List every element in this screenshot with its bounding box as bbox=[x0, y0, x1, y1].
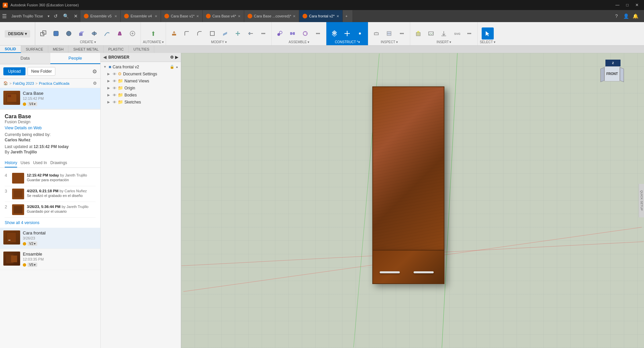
eye-icon[interactable]: 👁 bbox=[113, 79, 116, 83]
tree-origin[interactable]: ▶ 👁 📁 Origin bbox=[101, 84, 181, 91]
show-all-versions-link[interactable]: Show all 4 versions bbox=[5, 220, 96, 225]
close-button[interactable]: ✕ bbox=[633, 3, 641, 7]
hist-tab-history[interactable]: History bbox=[5, 160, 17, 167]
hist-tab-uses[interactable]: Uses bbox=[20, 160, 30, 167]
loft-btn[interactable] bbox=[114, 27, 126, 40]
hist-tab-drawings[interactable]: Drawings bbox=[50, 160, 67, 167]
tree-bodies[interactable]: ▶ 👁 📁 Bodies bbox=[101, 91, 181, 98]
align-btn[interactable] bbox=[245, 27, 257, 40]
rigid-group-btn[interactable] bbox=[286, 27, 299, 40]
tree-doc-settings[interactable]: ▶ 👁 ⚙ Document Settings bbox=[101, 70, 181, 77]
refresh-icon[interactable]: ↺ bbox=[52, 12, 60, 20]
extrude-btn[interactable] bbox=[75, 27, 88, 40]
view-cube-top[interactable]: Z bbox=[605, 60, 621, 66]
tab-cara-base-covered[interactable]: Cara Base ...covered)* ✕ bbox=[244, 10, 299, 22]
minimize-button[interactable]: — bbox=[613, 3, 622, 7]
eye-icon[interactable]: 👁 bbox=[113, 100, 116, 104]
select-btn[interactable] bbox=[482, 27, 494, 40]
search-icon[interactable]: 🔍 bbox=[62, 12, 70, 20]
eye-icon[interactable]: 👁 bbox=[113, 86, 116, 90]
new-component-btn[interactable] bbox=[37, 27, 49, 40]
design-dropdown[interactable]: DESIGN ▾ bbox=[5, 30, 30, 38]
tab-cara-base-v1[interactable]: Cara Base v1* ✕ bbox=[161, 10, 203, 22]
tab-close-icon[interactable]: ✕ bbox=[196, 14, 199, 18]
close-panel-icon[interactable]: ✕ bbox=[72, 12, 80, 20]
axis-btn[interactable] bbox=[341, 27, 353, 40]
drive-joints-btn[interactable] bbox=[299, 27, 311, 40]
upload-button[interactable]: Upload bbox=[3, 67, 25, 75]
account-icon[interactable]: 👤 bbox=[622, 12, 630, 20]
user-profile[interactable]: Jareth Trujillo Ticse bbox=[9, 13, 46, 19]
view-cube[interactable]: Z FRONT bbox=[600, 60, 624, 83]
press-pull-btn[interactable] bbox=[168, 27, 180, 40]
breadcrumb-practica[interactable]: Practica Calificada bbox=[39, 81, 69, 85]
mode-tab-surface[interactable]: SURFACE bbox=[21, 46, 48, 53]
create-more-btn[interactable] bbox=[126, 27, 139, 40]
inspect-more-btn[interactable] bbox=[396, 27, 408, 40]
canvas-btn[interactable] bbox=[425, 27, 437, 40]
user-dropdown-icon[interactable]: ▾ bbox=[48, 14, 50, 18]
browser-collapse-icon[interactable]: ◀ bbox=[103, 55, 106, 60]
breadcrumb-fabdig[interactable]: FabDig 2023 bbox=[13, 81, 34, 85]
tab-close-icon[interactable]: ✕ bbox=[238, 14, 240, 18]
list-item-cara-base[interactable]: Cara Base 12:15:42 PM V4 ▾ bbox=[0, 88, 100, 109]
help-icon[interactable]: ? bbox=[612, 12, 621, 20]
version-badge[interactable]: V4 ▾ bbox=[28, 102, 37, 106]
insert-svg-btn[interactable]: SVG bbox=[450, 27, 463, 40]
mode-tab-plastic[interactable]: PLASTIC bbox=[104, 46, 129, 53]
breadcrumb-settings-icon[interactable]: ⚙ bbox=[93, 81, 97, 86]
shell-btn[interactable] bbox=[206, 27, 218, 40]
fillet-btn[interactable] bbox=[181, 27, 193, 40]
revolve-btn[interactable] bbox=[88, 27, 100, 40]
tab-ensemble-v4[interactable]: Ensemble v4 ✕ bbox=[121, 10, 161, 22]
draft-btn[interactable] bbox=[219, 27, 231, 40]
version-badge[interactable]: V5 ▾ bbox=[28, 263, 37, 267]
tree-named-views[interactable]: ▶ 👁 📁 Named Views bbox=[101, 77, 181, 84]
view-details-link[interactable]: View Details on Web bbox=[5, 126, 42, 130]
panel-settings-icon[interactable]: ⚙ bbox=[92, 68, 97, 75]
panel-tab-people[interactable]: People bbox=[50, 53, 101, 64]
point-btn[interactable] bbox=[354, 27, 366, 40]
viewport[interactable]: Z FRONT QUICK SETUP bbox=[181, 53, 644, 348]
panel-tab-data[interactable]: Data bbox=[0, 53, 50, 64]
import-mesh-btn[interactable] bbox=[438, 27, 450, 40]
automate-btn[interactable] bbox=[147, 27, 159, 40]
insert-more-btn[interactable] bbox=[463, 27, 475, 40]
eye-icon[interactable]: 👁 bbox=[113, 93, 116, 97]
quick-setup-panel[interactable]: QUICK SETUP bbox=[639, 184, 644, 217]
tab-cara-base-v4[interactable]: Cara Base v4* ✕ bbox=[203, 10, 244, 22]
tab-close-icon[interactable]: ✕ bbox=[155, 14, 157, 18]
tab-cara-frontal-v2[interactable]: Cara frontal v2* ✕ bbox=[299, 10, 342, 22]
new-body-btn[interactable] bbox=[50, 27, 62, 40]
new-sketch-btn[interactable] bbox=[63, 27, 75, 40]
browser-settings-icon[interactable]: ⚙ bbox=[170, 55, 174, 60]
mode-tab-utilities[interactable]: UTILTIES bbox=[129, 46, 154, 53]
mode-tab-sheet-metal[interactable]: SHEET METAL bbox=[68, 46, 103, 53]
home-icon[interactable]: 🏠 bbox=[3, 81, 8, 85]
measure-btn[interactable] bbox=[370, 27, 382, 40]
view-cube-front[interactable]: FRONT bbox=[604, 66, 620, 81]
tab-close-icon[interactable]: ✕ bbox=[293, 14, 296, 18]
new-folder-button[interactable]: New Folder bbox=[28, 67, 55, 76]
tree-sketches[interactable]: ▶ 👁 📁 Sketches bbox=[101, 98, 181, 106]
joint-btn[interactable] bbox=[274, 27, 286, 40]
tab-close-icon[interactable]: ✕ bbox=[336, 14, 339, 18]
move-copy-btn[interactable] bbox=[232, 27, 244, 40]
tab-ensemble-v5[interactable]: Ensemble v5 ✕ bbox=[80, 10, 121, 22]
app-grid-icon[interactable]: ☰ bbox=[2, 13, 7, 19]
sweep-btn[interactable] bbox=[101, 27, 113, 40]
tab-close-icon[interactable]: ✕ bbox=[114, 14, 117, 18]
hist-tab-used-in[interactable]: Used In bbox=[33, 160, 47, 167]
assemble-more-btn[interactable] bbox=[312, 27, 324, 40]
tree-root[interactable]: ▼ ■ Cara frontal v2 🔒 ● bbox=[101, 63, 181, 70]
section-analysis-btn[interactable] bbox=[383, 27, 395, 40]
browser-expand-icon[interactable]: ▶ bbox=[175, 55, 178, 60]
list-item-cara-frontal[interactable]: Cara frontal 3/26/23 V2 ▾ bbox=[0, 228, 100, 249]
list-item-ensamble[interactable]: Ensamble 12:03:35 PM V5 ▾ bbox=[0, 249, 100, 270]
add-tab-button[interactable]: + bbox=[343, 10, 353, 22]
maximize-button[interactable]: □ bbox=[624, 3, 631, 7]
mode-tab-mesh[interactable]: MESH bbox=[48, 46, 69, 53]
chamfer-btn[interactable] bbox=[194, 27, 206, 40]
eye-icon[interactable]: 👁 bbox=[113, 72, 116, 76]
insert-decal-btn[interactable] bbox=[412, 27, 424, 40]
